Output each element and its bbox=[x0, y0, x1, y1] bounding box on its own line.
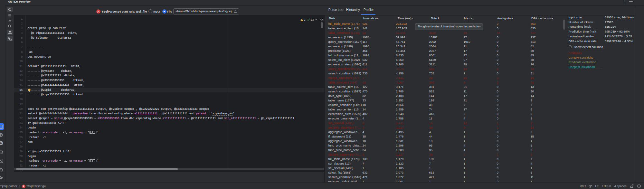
svg-text:A: A bbox=[97, 10, 99, 13]
svg-text:A: A bbox=[23, 185, 25, 188]
svg-text:A: A bbox=[0, 142, 2, 145]
